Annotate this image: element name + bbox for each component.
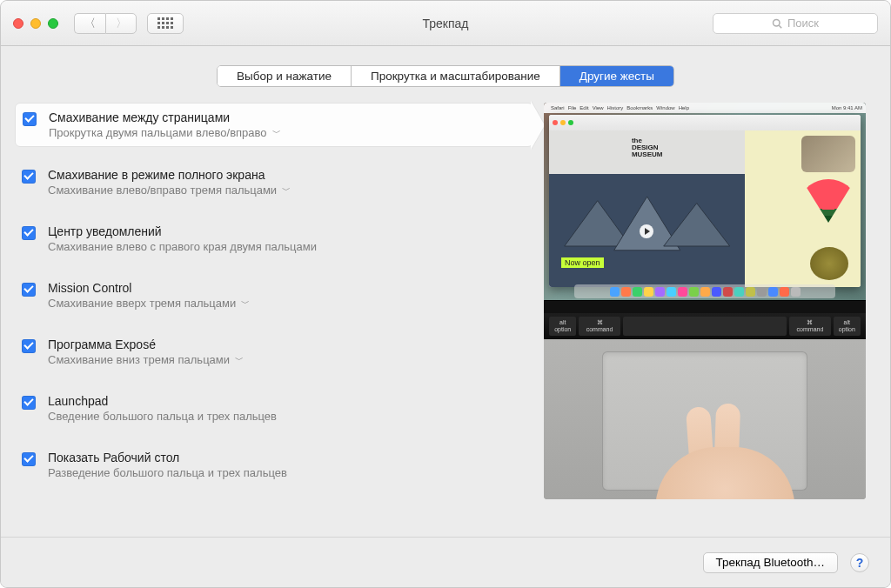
product-hanger <box>801 136 855 172</box>
search-placeholder: Поиск <box>787 17 819 30</box>
main-area: Смахивание между страницами Прокрутка дв… <box>1 103 890 537</box>
option-label: Mission Control <box>48 281 250 295</box>
option-mission-control[interactable]: Mission Control Смахивание вверх тремя п… <box>15 274 533 317</box>
chevron-left-icon: 〈 <box>84 16 96 31</box>
safari-toolbar <box>549 115 861 130</box>
checkbox[interactable] <box>22 226 36 240</box>
option-detail[interactable]: Прокрутка двумя пальцами влево/вправо﹀ <box>49 126 281 139</box>
option-text: Mission Control Смахивание вверх тремя п… <box>48 281 250 310</box>
option-text: Смахивание между страницами Прокрутка дв… <box>49 110 281 139</box>
option-text: Смахивание в режиме полного экрана Смахи… <box>48 168 291 197</box>
titlebar: 〈 〉 Трекпад Поиск <box>1 1 890 46</box>
now-open-badge: Now open <box>561 257 604 268</box>
grid-icon <box>157 17 173 29</box>
option-launchpad[interactable]: Launchpad Сведение большого пальца и тре… <box>15 387 533 430</box>
tab-bar: Выбор и нажатие Прокрутка и масштабирова… <box>1 65 890 87</box>
checkbox[interactable] <box>23 112 37 126</box>
product-watermelon <box>801 179 855 223</box>
laptop-screen: SafariFileEditViewHistoryBookmarksWindow… <box>544 103 866 301</box>
footer: Трекпад Bluetooth… ? <box>1 537 890 587</box>
chevron-right-icon: 〉 <box>116 16 127 31</box>
option-swipe-fullscreen[interactable]: Смахивание в режиме полного экрана Смахи… <box>15 161 533 204</box>
option-detail: Смахивание влево с правого края двумя па… <box>48 240 317 253</box>
hand-illustration <box>620 404 803 499</box>
option-swipe-pages[interactable]: Смахивание между страницами Прокрутка дв… <box>15 103 533 147</box>
tab-more-gestures[interactable]: Другие жесты <box>560 66 673 86</box>
help-button[interactable]: ? <box>850 553 869 572</box>
design-museum-logo: the DESIGN MUSEUM <box>632 137 663 158</box>
option-text: Показать Рабочий стол Разведение большог… <box>48 451 287 479</box>
option-detail: Разведение большого пальца и трех пальце… <box>48 466 287 479</box>
chevron-down-icon: ﹀ <box>282 184 291 197</box>
key-command-left: ⌘command <box>579 317 620 336</box>
option-detail[interactable]: Смахивание влево/вправо тремя пальцами﹀ <box>48 184 291 197</box>
gesture-preview: SafariFileEditViewHistoryBookmarksWindow… <box>544 103 866 537</box>
key-space <box>623 317 787 336</box>
checkbox[interactable] <box>22 283 36 297</box>
options-list: Смахивание между страницами Прокрутка дв… <box>1 103 533 537</box>
chevron-down-icon: ﹀ <box>272 127 281 139</box>
forward-button[interactable]: 〉 <box>105 13 137 34</box>
option-notification-center[interactable]: Центр уведомлений Смахивание влево с пра… <box>15 217 533 260</box>
window-controls <box>13 18 58 29</box>
checkbox[interactable] <box>22 396 36 410</box>
option-text: Центр уведомлений Смахивание влево с пра… <box>48 224 317 253</box>
close-icon[interactable] <box>13 18 23 29</box>
prefs-window: 〈 〉 Трекпад Поиск Выбор и нажатие Прокру… <box>0 0 891 588</box>
option-label: Смахивание в режиме полного экрана <box>48 168 291 182</box>
option-label: Launchpad <box>48 394 277 408</box>
macos-dock <box>574 284 835 298</box>
window-title: Трекпад <box>423 17 469 30</box>
product-pinecone <box>810 247 848 280</box>
minimize-icon[interactable] <box>30 18 41 29</box>
bluetooth-trackpad-button[interactable]: Трекпад Bluetooth… <box>703 552 838 573</box>
search-input[interactable]: Поиск <box>713 13 878 34</box>
option-detail[interactable]: Смахивание вниз тремя пальцами﹀ <box>48 353 244 366</box>
checkbox[interactable] <box>22 170 36 184</box>
checkbox[interactable] <box>22 339 36 353</box>
key-command-right: ⌘command <box>789 317 830 336</box>
trackpad-area <box>544 339 866 499</box>
option-text: Launchpad Сведение большого пальца и тре… <box>48 394 277 423</box>
touch-bar <box>544 301 866 313</box>
option-show-desktop[interactable]: Показать Рабочий стол Разведение большог… <box>15 444 533 486</box>
tab-scroll-zoom[interactable]: Прокрутка и масштабирование <box>352 66 560 86</box>
svg-marker-4 <box>664 204 730 246</box>
safari-window: the DESIGN MUSEUM Now open <box>549 115 861 287</box>
option-label: Центр уведомлений <box>48 224 317 238</box>
back-button[interactable]: 〈 <box>74 13 105 34</box>
nav-buttons: 〈 〉 <box>74 13 137 34</box>
macos-menubar: SafariFileEditViewHistoryBookmarksWindow… <box>544 103 866 113</box>
keyboard-row: altoption ⌘command ⌘command altoption <box>544 313 866 339</box>
key-option-right: altoption <box>834 317 861 336</box>
tab-point-click[interactable]: Выбор и нажатие <box>218 66 352 86</box>
option-app-expose[interactable]: Программа Exposé Смахивание вниз тремя п… <box>15 331 533 373</box>
key-option-left: altoption <box>549 317 576 336</box>
search-icon <box>772 18 782 29</box>
option-detail: Сведение большого пальца и трех пальцев <box>48 410 277 423</box>
option-label: Показать Рабочий стол <box>48 451 287 464</box>
option-label: Программа Exposé <box>48 337 244 351</box>
tabs: Выбор и нажатие Прокрутка и масштабирова… <box>217 65 674 87</box>
chevron-down-icon: ﹀ <box>241 297 250 310</box>
option-detail[interactable]: Смахивание вверх тремя пальцами﹀ <box>48 297 250 310</box>
option-label: Смахивание между страницами <box>49 110 281 124</box>
content: Выбор и нажатие Прокрутка и масштабирова… <box>1 46 890 537</box>
safari-content: the DESIGN MUSEUM Now open <box>549 130 861 287</box>
checkbox[interactable] <box>22 452 36 466</box>
play-icon <box>640 224 653 238</box>
chevron-down-icon: ﹀ <box>235 354 244 366</box>
option-text: Программа Exposé Смахивание вниз тремя п… <box>48 337 244 366</box>
svg-point-0 <box>773 19 780 26</box>
laptop-illustration: SafariFileEditViewHistoryBookmarksWindow… <box>544 103 866 499</box>
svg-line-1 <box>779 25 781 28</box>
zoom-icon[interactable] <box>48 18 58 29</box>
show-all-button[interactable] <box>147 13 184 34</box>
